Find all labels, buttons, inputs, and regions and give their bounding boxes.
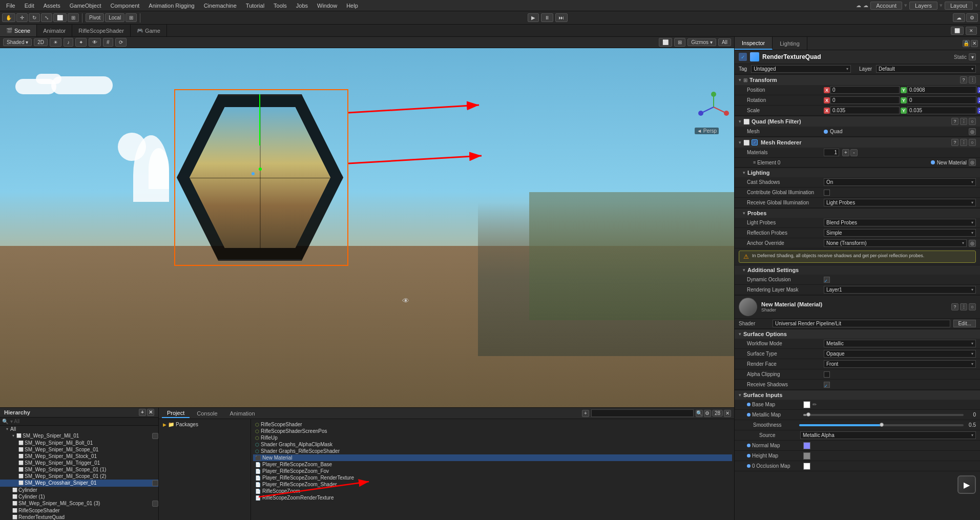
menu-tools[interactable]: Tools [269, 2, 291, 10]
toolbar-rect[interactable]: ⬜ [53, 13, 67, 22]
receive-shadows-checkbox[interactable]: ✓ [824, 382, 830, 388]
mat-circle[interactable]: ○ [969, 303, 976, 310]
file-newmaterial[interactable]: ⬛ New Material [253, 454, 732, 461]
transform-info[interactable]: ? [960, 76, 967, 84]
mr-more[interactable]: ⋮ [960, 139, 967, 146]
file-player-rendertex[interactable]: 📄 Player_RifleScopeZoom_RenderTexture [253, 474, 732, 481]
collapse-btn[interactable]: ⬜ [659, 38, 672, 47]
mf-more[interactable]: ⋮ [960, 118, 967, 125]
step-button[interactable]: ⏭ [555, 13, 568, 22]
lighting-sub-header[interactable]: ▾ Lighting [735, 168, 980, 177]
transform-more[interactable]: ⋮ [969, 76, 976, 84]
hier-scope2[interactable]: ⬜ SM_Wep_Sniper_Mil_Scope_01 (1) [0, 466, 158, 473]
menu-edit[interactable]: Edit [20, 2, 38, 10]
account-button[interactable]: Account [870, 2, 902, 10]
rot-x[interactable] [830, 96, 900, 104]
tab-riflescopeshader[interactable]: RifleScopeShader [72, 25, 131, 36]
folder-packages[interactable]: ▶ 📁 Packages [161, 421, 248, 428]
file-player-fov[interactable]: 📄 Player_RifleScopeZoom_Fov [253, 468, 732, 474]
hier-rendertexturequad[interactable]: ⬜ RenderTextureQuad [0, 514, 158, 520]
file-riflescopeshader[interactable]: ⬡ RifleScopeShader [253, 421, 732, 428]
anchor-override-dropdown[interactable]: None (Transform) ▾ [824, 239, 967, 247]
hierarchy-add[interactable]: + [139, 409, 146, 416]
materials-count[interactable] [824, 149, 839, 156]
insp-lock[interactable]: 🔒 [963, 40, 970, 47]
project-search[interactable] [591, 409, 694, 417]
hier-all[interactable]: ▾ All [0, 426, 158, 432]
file-riflescopezoom-rendertex[interactable]: 📄 RifleScopeZoomRenderTexture [253, 494, 732, 501]
shader-edit-btn[interactable]: Edit... [953, 320, 976, 327]
cast-shadows-dropdown[interactable]: On ▾ [824, 178, 976, 186]
tag-dropdown[interactable]: Untagged ▾ [751, 65, 851, 73]
hier-sniper-root[interactable]: ▾ ⬜ SM_Wep_Sniper_Mil_01 [0, 432, 158, 440]
menu-component[interactable]: Component [106, 2, 143, 10]
hier-riflescopeshader[interactable]: ⬜ RifleScopeShader [0, 507, 158, 514]
hier-cylinder[interactable]: ⬜ Cylinder [0, 487, 158, 493]
menu-assets[interactable]: Assets [39, 2, 65, 10]
scene-vis-btn[interactable]: 👁 [89, 38, 101, 47]
light-btn[interactable]: ☀ [50, 38, 61, 47]
file-shadergraph-rifleScope[interactable]: ⬡ Shader Graphs_RifleScopeShader [253, 448, 732, 454]
mat-target-btn[interactable]: ◎ [969, 159, 976, 166]
normal-preview[interactable] [803, 442, 810, 449]
occlusion-preview[interactable] [803, 463, 810, 470]
menu-cinemachine[interactable]: Cinemachine [200, 2, 241, 10]
hier-trigger[interactable]: ⬜ SM_Wep_Sniper_Mil_Trigger_01 [0, 460, 158, 466]
scope4-expand[interactable] [152, 501, 158, 507]
hier-crosshair[interactable]: ⬜ SM_Wep_Crosshair_Sniper_01 [0, 480, 158, 487]
toolbar-scale[interactable]: ⤡ [41, 13, 52, 22]
pivot-button[interactable]: Pivot [86, 13, 104, 22]
menu-animation-rigging[interactable]: Animation Rigging [144, 2, 198, 10]
mr-info[interactable]: ? [951, 139, 958, 146]
project-search-btn[interactable]: 🔍 [696, 410, 703, 417]
toolbar-hand[interactable]: ✋ [2, 13, 15, 22]
alpha-clipping-checkbox[interactable] [824, 371, 830, 378]
file-riflescopeshaderscreenpos[interactable]: ⬡ RifleScopeShaderScreenPos [253, 428, 732, 434]
project-settings-btn[interactable]: ⚙ [704, 410, 711, 417]
toolbar-multi[interactable]: ⊞ [68, 13, 79, 22]
close-scene-btn[interactable]: ✕ [966, 27, 977, 35]
base-map-preview[interactable] [803, 401, 810, 408]
light-probes-dropdown[interactable]: Blend Probes ▾ [824, 219, 976, 226]
fx-btn[interactable]: ✦ [75, 38, 87, 47]
hier-stock[interactable]: ⬜ SM_Wep_Sniper_Mil_Stock_01 [0, 453, 158, 460]
file-riflescopezoom[interactable]: 📄 RifleScopeZoom [253, 488, 732, 494]
rot-snap-btn[interactable]: ⟳ [115, 38, 127, 47]
file-rifleup[interactable]: ⬡ RifleUp [253, 434, 732, 441]
toolbar-move[interactable]: ✛ [16, 13, 28, 22]
hier-cylinder1[interactable]: ⬜ Cylinder (1) [0, 493, 158, 500]
file-shadergraph-alpha[interactable]: ⬡ Shader Graphs_AlphaClipMask [253, 441, 732, 448]
layer-dropdown[interactable]: Default ▾ [876, 65, 976, 73]
object-enable-checkbox[interactable]: ✓ [739, 53, 747, 61]
hier-scope4[interactable]: ⬜ SM_Wep_Sniper_Mil_Scope_01 (3) [0, 500, 158, 507]
static-dropdown[interactable]: ▾ [969, 53, 976, 60]
tab-lighting[interactable]: Lighting [773, 37, 807, 50]
rot-y[interactable] [907, 96, 976, 104]
tab-animation[interactable]: Animation [225, 409, 260, 418]
shading-dropdown[interactable]: Shaded ▾ [3, 38, 32, 46]
layout-button[interactable]: Layout [945, 2, 973, 10]
additional-settings-header[interactable]: ▾ Additional Settings [735, 265, 980, 275]
menu-tutorial[interactable]: Tutorial [242, 2, 268, 10]
surface-options-header[interactable]: ▾ Surface Options [735, 329, 980, 339]
contribute-gi-checkbox[interactable] [824, 190, 830, 196]
hier-crosshair-expand[interactable] [152, 480, 158, 486]
menu-jobs[interactable]: Jobs [292, 2, 312, 10]
maximize-btn[interactable]: ⬜ [951, 27, 964, 35]
viewport[interactable]: Y X Z ◄ Persp 👁 [0, 48, 734, 407]
pos-x[interactable] [830, 86, 900, 94]
mr-circle[interactable]: ○ [969, 139, 976, 146]
inspector-content[interactable]: ✓ RenderTextureQuad Static ▾ Tag Untagge… [735, 50, 980, 520]
source-dropdown[interactable]: Metallic Alpha ▾ [800, 431, 976, 439]
mat-info[interactable]: ? [951, 303, 958, 310]
anchor-target[interactable]: ◎ [969, 240, 976, 247]
smoothness-slider-track[interactable] [799, 424, 964, 426]
audio-btn[interactable]: ♪ [64, 38, 73, 47]
dynamic-occlusion-checkbox[interactable]: ✓ [824, 277, 830, 283]
file-player-shader[interactable]: 📄 Player_RifleScopeZoom_Shader [253, 481, 732, 488]
project-add[interactable]: + [582, 410, 589, 417]
render-face-dropdown[interactable]: Front ▾ [824, 360, 976, 368]
menu-file[interactable]: File [2, 2, 19, 10]
snap-btn[interactable]: ⊞ [126, 13, 137, 22]
menu-window[interactable]: Window [313, 2, 341, 10]
